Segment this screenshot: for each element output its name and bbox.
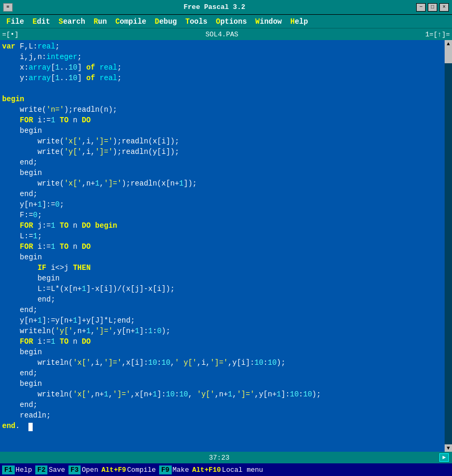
scrollbar-up-button[interactable]: ▲ bbox=[445, 40, 452, 47]
close-button[interactable]: × bbox=[439, 3, 449, 12]
f3-key: F3 bbox=[68, 465, 81, 474]
fn-f3[interactable]: F3 Open bbox=[68, 465, 99, 474]
title-bar: = Free Pascal 3.2 − □ × bbox=[0, 0, 452, 15]
fn-f2[interactable]: F2 Save bbox=[35, 465, 65, 474]
window-icon[interactable]: = bbox=[3, 3, 13, 12]
fn-altf9[interactable]: Alt+F9 Compile bbox=[101, 466, 155, 474]
status-bar: 37:23 ► bbox=[0, 452, 452, 463]
f9-label: Make bbox=[173, 466, 189, 474]
menu-bar: File Edit Search Run Compile Debug Tools… bbox=[0, 15, 452, 28]
editor-content[interactable]: var F,L:real; i,j,n:integer; x:array[1..… bbox=[0, 40, 445, 452]
altf10-key: Alt+F10 bbox=[192, 466, 221, 474]
f2-label: Save bbox=[48, 466, 65, 474]
fn-f9[interactable]: F9 Make bbox=[159, 465, 189, 474]
f9-key: F9 bbox=[159, 465, 172, 474]
scrollbar[interactable]: ▲ ▼ bbox=[445, 40, 452, 452]
menu-debug[interactable]: Debug bbox=[151, 16, 181, 27]
status-arrow-button[interactable]: ► bbox=[439, 453, 449, 462]
f3-label: Open bbox=[82, 466, 98, 474]
window-controls: − □ × bbox=[416, 3, 449, 12]
scrollbar-down-button[interactable]: ▼ bbox=[445, 444, 452, 452]
minimize-button[interactable]: − bbox=[416, 3, 426, 12]
altf10-label: Local menu bbox=[222, 466, 263, 474]
editor-header-title: SOL4.PAS bbox=[18, 31, 425, 38]
maximize-button[interactable]: □ bbox=[428, 3, 437, 12]
f1-label: Help bbox=[16, 466, 32, 474]
scrollbar-thumb[interactable] bbox=[445, 47, 452, 63]
editor-header: =[•] SOL4.PAS 1=[↑]= bbox=[0, 28, 452, 40]
menu-options[interactable]: Options bbox=[212, 16, 251, 27]
fn-altf10[interactable]: Alt+F10 Local menu bbox=[192, 466, 263, 474]
scrollbar-track[interactable] bbox=[445, 47, 452, 444]
fn-f1[interactable]: F1 Help bbox=[2, 465, 32, 474]
menu-window[interactable]: Window bbox=[251, 16, 286, 27]
window-title: Free Pascal 3.2 bbox=[13, 3, 416, 11]
cursor-position: 37:23 bbox=[3, 454, 435, 462]
editor-container: var F,L:real; i,j,n:integer; x:array[1..… bbox=[0, 40, 452, 452]
f1-key: F1 bbox=[2, 465, 15, 474]
editor-header-right: 1=[↑]= bbox=[425, 31, 450, 38]
altf9-label: Compile bbox=[127, 466, 156, 474]
editor-header-left: =[•] bbox=[2, 31, 18, 38]
menu-help[interactable]: Help bbox=[286, 16, 312, 27]
f2-key: F2 bbox=[35, 465, 48, 474]
menu-compile[interactable]: Compile bbox=[111, 16, 151, 27]
menu-file[interactable]: File bbox=[2, 16, 28, 27]
menu-tools[interactable]: Tools bbox=[181, 16, 212, 27]
function-key-bar: F1 Help F2 Save F3 Open Alt+F9 Compile F… bbox=[0, 463, 452, 476]
altf9-key: Alt+F9 bbox=[101, 466, 126, 474]
menu-edit[interactable]: Edit bbox=[28, 16, 55, 27]
menu-run[interactable]: Run bbox=[90, 16, 111, 27]
menu-search[interactable]: Search bbox=[54, 16, 89, 27]
